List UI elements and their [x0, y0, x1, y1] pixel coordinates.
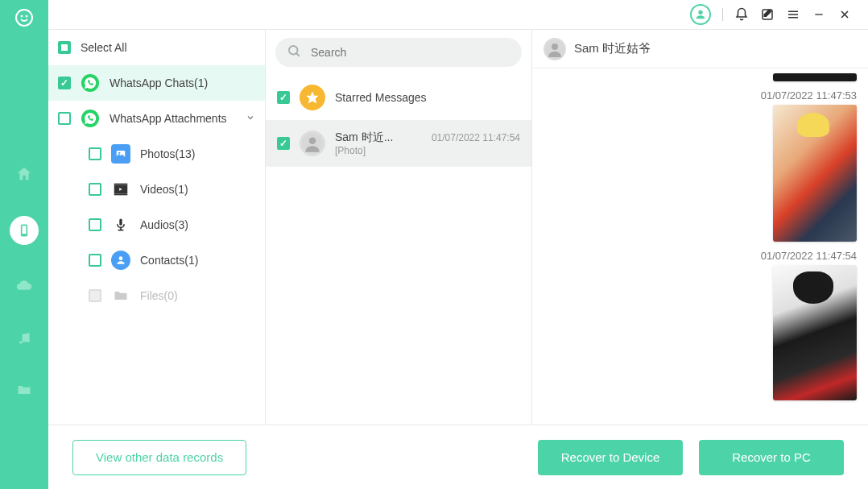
audios-checkbox[interactable] [89, 218, 101, 231]
cloud-icon[interactable] [14, 277, 34, 296]
contacts-label: Contacts(1) [140, 254, 198, 267]
photos-label: Photos(13) [140, 147, 195, 160]
recover-to-device-button[interactable]: Recover to Device [538, 440, 683, 475]
chat-name: Sam 时近... [335, 131, 422, 145]
videos-row[interactable]: Videos(1) [48, 172, 265, 207]
messages-panel: Sam 时近姑爷 01/07/2022 11:47:53 01/07/2022 … [532, 29, 868, 425]
whatsapp-icon [81, 109, 100, 128]
photos-icon [111, 144, 130, 164]
chat-time: 01/07/2022 11:47:54 [432, 132, 520, 143]
svg-rect-4 [23, 226, 27, 234]
message-image[interactable] [773, 265, 857, 400]
svg-point-1 [22, 16, 23, 17]
videos-checkbox[interactable] [89, 183, 101, 196]
whatsapp-logo-icon [14, 8, 34, 27]
phone-icon[interactable] [10, 216, 39, 245]
whatsapp-icon [81, 73, 100, 93]
user-avatar-icon[interactable] [690, 4, 711, 25]
svg-rect-23 [119, 219, 122, 226]
chat-preview: [Photo] [335, 145, 422, 156]
files-icon [111, 286, 130, 305]
divider [722, 8, 723, 21]
message-image[interactable] [773, 73, 857, 81]
svg-marker-29 [307, 92, 319, 104]
app-sidebar [0, 0, 48, 489]
photos-row[interactable]: Photos(13) [48, 136, 265, 172]
svg-point-26 [119, 256, 123, 260]
folder-icon[interactable] [14, 380, 34, 400]
starred-label: Starred Messages [335, 91, 520, 104]
files-row[interactable]: Files(0) [48, 278, 265, 313]
message-timestamp: 01/07/2022 11:47:54 [544, 250, 857, 262]
audios-label: Audios(3) [140, 218, 188, 231]
videos-icon [111, 180, 130, 199]
select-all-label: Select All [81, 41, 127, 54]
view-records-button[interactable]: View other data records [72, 440, 246, 475]
bottom-bar: View other data records Recover to Devic… [48, 425, 868, 489]
svg-rect-20 [114, 184, 128, 185]
music-icon[interactable] [14, 329, 34, 348]
svg-line-28 [296, 53, 300, 56]
svg-point-31 [309, 137, 316, 144]
files-label: Files(0) [140, 289, 178, 302]
attachments-label: WhatsApp Attachments [110, 112, 227, 125]
videos-label: Videos(1) [140, 183, 188, 196]
svg-point-6 [27, 340, 29, 342]
svg-point-5 [19, 341, 22, 343]
svg-rect-21 [114, 194, 128, 196]
contacts-checkbox[interactable] [89, 254, 101, 267]
avatar-icon [544, 38, 566, 60]
minimize-icon[interactable] [812, 7, 826, 22]
contacts-row[interactable]: Contacts(1) [48, 242, 265, 278]
chat-checkbox[interactable] [277, 137, 290, 150]
categories-panel: Select All WhatsApp Chats(1) WhatsApp At… [48, 29, 266, 425]
message-image[interactable] [773, 105, 857, 242]
message-timestamp: 01/07/2022 11:47:53 [544, 89, 857, 102]
recover-to-pc-button[interactable]: Recover to PC [699, 440, 844, 475]
home-icon[interactable] [14, 164, 34, 184]
menu-icon[interactable] [786, 7, 800, 22]
photos-checkbox[interactable] [89, 147, 101, 160]
select-all-checkbox[interactable] [58, 41, 71, 54]
star-icon [300, 85, 325, 110]
files-checkbox [89, 289, 101, 302]
avatar-icon [300, 131, 325, 156]
audios-row[interactable]: Audios(3) [48, 207, 265, 242]
starred-messages-row[interactable]: Starred Messages [266, 75, 531, 121]
chats-panel: Starred Messages Sam 时近... [Photo] 01/07… [266, 29, 532, 425]
starred-checkbox[interactable] [277, 91, 290, 104]
audios-icon [111, 215, 130, 234]
svg-point-2 [27, 16, 27, 17]
svg-point-0 [16, 10, 32, 26]
feedback-icon[interactable] [760, 7, 775, 22]
svg-point-18 [118, 152, 120, 154]
chevron-down-icon[interactable] [246, 112, 255, 125]
whatsapp-chats-label: WhatsApp Chats(1) [110, 77, 208, 89]
conversation-name: Sam 时近姑爷 [574, 41, 651, 56]
messages-body[interactable]: 01/07/2022 11:47:53 01/07/2022 11:47:54 [532, 68, 868, 425]
search-icon [287, 44, 301, 61]
whatsapp-chats-checkbox[interactable] [58, 77, 71, 89]
svg-point-33 [552, 44, 558, 50]
bell-icon[interactable] [734, 7, 749, 22]
messages-header: Sam 时近姑爷 [532, 30, 868, 68]
chat-row-sam[interactable]: Sam 时近... [Photo] 01/07/2022 11:47:54 [266, 121, 531, 167]
attachments-checkbox[interactable] [58, 112, 71, 125]
svg-point-27 [289, 46, 298, 55]
search-input[interactable] [311, 46, 510, 59]
whatsapp-attachments-row[interactable]: WhatsApp Attachments [48, 101, 265, 136]
search-field[interactable] [275, 38, 522, 67]
whatsapp-chats-row[interactable]: WhatsApp Chats(1) [48, 65, 265, 101]
select-all-row[interactable]: Select All [48, 30, 265, 65]
titlebar [48, 0, 868, 29]
contacts-icon [111, 251, 130, 270]
close-icon[interactable] [837, 7, 852, 22]
svg-point-7 [698, 10, 702, 15]
